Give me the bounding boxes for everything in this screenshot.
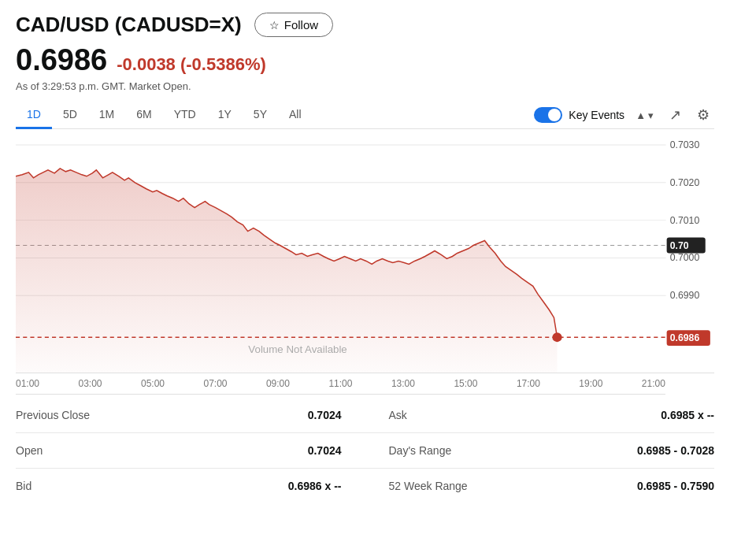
svg-text:0.6990: 0.6990	[670, 290, 700, 301]
svg-text:0.7030: 0.7030	[670, 139, 700, 150]
svg-text:0.70: 0.70	[670, 240, 689, 251]
tab-1d[interactable]: 1D	[16, 102, 52, 129]
x-label-03: 03:00	[78, 378, 102, 389]
svg-text:0.7020: 0.7020	[670, 177, 700, 188]
stat-52-week-range-value: 0.6985 - 0.7590	[637, 480, 714, 492]
settings-icon[interactable]: ⚙	[692, 103, 714, 127]
stat-ask: Ask 0.6985 x --	[365, 398, 715, 433]
tab-1m[interactable]: 1M	[88, 102, 125, 129]
x-label-11: 11:00	[328, 378, 352, 389]
svg-text:0.7010: 0.7010	[670, 215, 700, 226]
x-label-15: 15:00	[454, 378, 477, 389]
ticker-title: CAD/USD (CADUSD=X)	[16, 13, 242, 37]
chart-container: 0.7030 0.7020 0.7010 0.7000 0.6990 0.70 …	[16, 129, 714, 373]
x-label-21: 21:00	[642, 378, 665, 389]
x-label-05: 05:00	[141, 378, 165, 389]
stat-days-range-label: Day's Range	[389, 444, 452, 457]
stat-open-value: 0.7024	[308, 444, 342, 457]
stats-col-right: Ask 0.6985 x -- Day's Range 0.6985 - 0.7…	[365, 398, 715, 503]
stat-52-week-range-label: 52 Week Range	[389, 480, 468, 492]
key-events-label: Key Events	[569, 109, 624, 121]
stat-previous-close: Previous Close 0.7024	[16, 398, 365, 433]
stat-bid-label: Bid	[16, 480, 31, 492]
current-price: 0.6986	[16, 43, 107, 77]
stat-days-range: Day's Range 0.6985 - 0.7028	[365, 433, 715, 469]
x-label-09: 09:00	[266, 378, 290, 389]
x-label-01: 01:00	[16, 378, 39, 389]
tabs-row: 1D 5D 1M 6M YTD 1Y 5Y All Key Events ▲ ▾…	[16, 102, 714, 129]
svg-point-7	[552, 332, 561, 342]
x-axis: 01:00 03:00 05:00 07:00 09:00 11:00 13:0…	[16, 373, 665, 395]
expand-icon[interactable]: ↗	[665, 103, 686, 127]
x-label-13: 13:00	[391, 378, 415, 389]
stat-previous-close-value: 0.7024	[308, 409, 342, 421]
stat-bid: Bid 0.6986 x --	[16, 469, 365, 503]
price-change: -0.0038 (-0.5386%)	[117, 54, 266, 75]
x-label-17: 17:00	[517, 378, 540, 389]
tab-all[interactable]: All	[278, 102, 313, 129]
stat-bid-value: 0.6986 x --	[288, 480, 342, 492]
x-label-07: 07:00	[203, 378, 227, 389]
stats-col-left: Previous Close 0.7024 Open 0.7024 Bid 0.…	[16, 398, 365, 503]
key-events-area: Key Events ▲ ▾ ↗ ⚙	[534, 103, 714, 127]
tab-6m[interactable]: 6M	[125, 102, 162, 129]
stat-days-range-value: 0.6985 - 0.7028	[637, 444, 714, 457]
x-label-19: 19:00	[579, 378, 602, 389]
price-row: 0.6986 -0.0038 (-0.5386%)	[16, 43, 714, 77]
follow-button[interactable]: ☆ Follow	[254, 13, 333, 37]
chevron-down-icon: ▾	[648, 109, 654, 121]
tab-1y[interactable]: 1Y	[207, 102, 243, 129]
price-chart: 0.7030 0.7020 0.7010 0.7000 0.6990 0.70 …	[16, 129, 714, 373]
star-icon: ☆	[269, 19, 280, 32]
stat-open-label: Open	[16, 444, 43, 457]
tab-5d[interactable]: 5D	[52, 102, 88, 129]
header-row: CAD/USD (CADUSD=X) ☆ Follow	[16, 13, 714, 37]
stat-previous-close-label: Previous Close	[16, 409, 90, 421]
stat-open: Open 0.7024	[16, 433, 365, 469]
tab-5y[interactable]: 5Y	[243, 102, 278, 129]
stat-52-week-range: 52 Week Range 0.6985 - 0.7590	[365, 469, 715, 503]
chart-type-button[interactable]: ▲ ▾	[631, 106, 658, 124]
price-timestamp: As of 3:29:53 p.m. GMT. Market Open.	[16, 80, 714, 92]
mountain-icon: ▲	[636, 109, 646, 121]
svg-text:Volume Not Available: Volume Not Available	[248, 343, 346, 355]
tab-ytd[interactable]: YTD	[163, 102, 207, 129]
svg-text:0.7000: 0.7000	[670, 253, 700, 264]
stats-table: Previous Close 0.7024 Open 0.7024 Bid 0.…	[16, 398, 714, 503]
stat-ask-label: Ask	[389, 409, 407, 421]
key-events-toggle[interactable]	[534, 107, 562, 123]
stat-ask-value: 0.6985 x --	[661, 409, 714, 421]
svg-text:0.6986: 0.6986	[670, 332, 700, 343]
